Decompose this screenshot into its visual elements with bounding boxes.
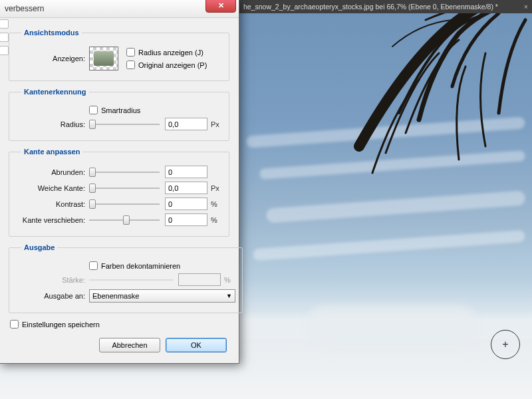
output-legend: Ausgabe [21, 243, 57, 251]
decontaminate-input[interactable] [89, 261, 98, 270]
view-mode-group: Ansichtsmodus Anzeigen: Radius anzeigen … [9, 29, 229, 81]
smooth-slider[interactable] [89, 166, 160, 178]
shift-edge-unit: % [207, 216, 222, 224]
smart-radius-checkbox[interactable]: Smartradius [89, 106, 140, 114]
ok-button[interactable]: OK [166, 338, 227, 352]
brush-cursor-icon: + [491, 330, 520, 359]
feather-input[interactable] [165, 182, 207, 194]
show-radius-input[interactable] [126, 48, 135, 57]
dialog-title: verbessern [5, 4, 44, 13]
amount-input [178, 273, 221, 286]
shift-edge-slider[interactable] [89, 214, 160, 226]
output-group: Ausgabe Farben dekontaminieren Stärke: %… [9, 243, 243, 313]
show-radius-label: Radius anzeigen (J) [138, 49, 203, 57]
amount-label: Stärke: [16, 276, 89, 284]
chevron-down-icon: ▼ [226, 293, 232, 299]
tree-branches [319, 0, 532, 193]
cloud-streak [266, 190, 526, 223]
tool-item[interactable] [0, 33, 9, 42]
shift-edge-input[interactable] [165, 213, 207, 226]
edge-detection-group: Kantenerkennung Smartradius Radius: Px [9, 88, 229, 141]
show-original-label: Original anzeigen (P) [138, 61, 207, 69]
mask-stroke [306, 306, 479, 346]
output-to-select[interactable]: Ebenenmaske ▼ [89, 289, 235, 303]
tool-strip [0, 19, 9, 119]
view-preview-button[interactable] [89, 47, 118, 70]
smooth-label: Abrunden: [16, 168, 89, 176]
smart-radius-label: Smartradius [101, 106, 140, 114]
decontaminate-checkbox[interactable]: Farben dekontaminieren [89, 261, 180, 270]
amount-slider [89, 274, 173, 286]
show-radius-checkbox[interactable]: Radius anzeigen (J) [126, 48, 207, 57]
contrast-label: Kontrast: [16, 200, 89, 208]
feather-label: Weiche Kante: [16, 184, 89, 192]
output-to-value: Ebenenmaske [92, 292, 139, 300]
shift-edge-label: Kante verschieben: [16, 216, 89, 224]
smooth-input[interactable] [165, 166, 207, 178]
show-original-input[interactable] [126, 61, 135, 69]
output-to-label: Ausgabe an: [16, 292, 89, 300]
radius-input[interactable] [165, 118, 207, 130]
tool-item[interactable] [0, 19, 9, 29]
radius-slider[interactable] [89, 118, 160, 130]
refine-edge-dialog: verbessern ✕ Ansichtsmodus Anzeigen: Rad… [0, 0, 239, 364]
contrast-input[interactable] [165, 198, 207, 210]
feather-slider[interactable] [89, 182, 160, 194]
window-close-button[interactable]: ✕ [205, 0, 236, 13]
close-icon[interactable]: × [524, 3, 528, 11]
document-tab-label: he_snow_2_by_archaeopteryx_stocks.jpg be… [243, 3, 498, 11]
document-tab[interactable]: he_snow_2_by_archaeopteryx_stocks.jpg be… [239, 0, 532, 13]
contrast-unit: % [207, 200, 222, 208]
remember-settings-label: Einstellungen speichern [22, 321, 100, 329]
feather-unit: Px [207, 184, 222, 192]
show-original-checkbox[interactable]: Original anzeigen (P) [126, 61, 207, 69]
view-mode-legend: Ansichtsmodus [21, 29, 82, 37]
cancel-button[interactable]: Abbrechen [99, 338, 160, 352]
titlebar[interactable]: verbessern ✕ [0, 0, 239, 18]
radius-label: Radius: [16, 120, 89, 128]
edge-detection-legend: Kantenerkennung [21, 88, 89, 96]
tool-item[interactable] [0, 46, 9, 55]
amount-unit: % [221, 276, 235, 284]
remember-settings-checkbox[interactable]: Einstellungen speichern [10, 320, 229, 329]
smart-radius-input[interactable] [89, 106, 98, 114]
radius-unit: Px [207, 120, 222, 128]
adjust-edge-legend: Kante anpassen [21, 148, 82, 156]
show-label: Anzeigen: [16, 55, 89, 63]
adjust-edge-group: Kante anpassen Abrunden: Weiche Kante: P… [9, 148, 229, 237]
cloud-streak [253, 230, 525, 261]
contrast-slider[interactable] [89, 198, 160, 210]
remember-settings-input[interactable] [10, 320, 19, 329]
decontaminate-label: Farben dekontaminieren [101, 262, 180, 270]
